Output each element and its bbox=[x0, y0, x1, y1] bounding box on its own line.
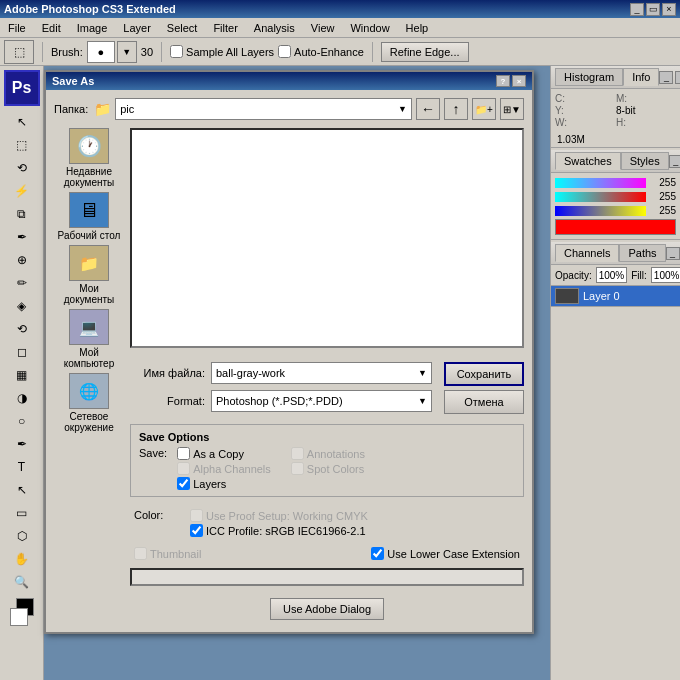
menu-view[interactable]: View bbox=[307, 20, 339, 36]
tool-blur[interactable]: ◑ bbox=[11, 387, 33, 409]
cancel-btn[interactable]: Отмена bbox=[444, 390, 524, 414]
thumbnail-check[interactable]: Thumbnail bbox=[134, 547, 201, 560]
use-proof-input[interactable] bbox=[190, 509, 203, 522]
filename-label: Имя файла: bbox=[130, 367, 205, 379]
tool-3d[interactable]: ⬡ bbox=[11, 525, 33, 547]
menu-filter[interactable]: Filter bbox=[209, 20, 241, 36]
thumbnail-input[interactable] bbox=[134, 547, 147, 560]
dialog-help-btn[interactable]: ? bbox=[496, 75, 510, 87]
format-input[interactable]: Photoshop (*.PSD;*.PDD) ▼ bbox=[211, 390, 432, 412]
nav-up-btn[interactable]: ↑ bbox=[444, 98, 468, 120]
gradient-bar-3[interactable] bbox=[555, 206, 646, 216]
sample-all-layers-check[interactable]: Sample All Layers bbox=[170, 45, 274, 58]
minimize-btn[interactable]: _ bbox=[630, 3, 644, 16]
sidebar-desktop[interactable]: 🖥 Рабочий стол bbox=[58, 192, 121, 241]
opacity-label: Opacity: bbox=[555, 270, 592, 281]
menu-layer[interactable]: Layer bbox=[119, 20, 155, 36]
annotations-input[interactable] bbox=[291, 447, 304, 460]
nav-create-folder-btn[interactable]: 📁+ bbox=[472, 98, 496, 120]
opacity-input[interactable]: 100% bbox=[596, 267, 628, 283]
dialog-close-btn[interactable]: × bbox=[512, 75, 526, 87]
nav-back-btn[interactable]: ← bbox=[416, 98, 440, 120]
auto-enhance-input[interactable] bbox=[278, 45, 291, 58]
tab-channels[interactable]: Channels bbox=[555, 244, 619, 262]
panel-close-btn[interactable]: × bbox=[675, 71, 680, 84]
sidebar-recent[interactable]: 🕐 Недавние документы bbox=[54, 128, 124, 188]
tool-pen[interactable]: ✒ bbox=[11, 433, 33, 455]
brush-dropdown[interactable]: ▼ bbox=[117, 41, 137, 63]
gradient-bar-1[interactable] bbox=[555, 178, 646, 188]
tool-clone-stamp[interactable]: ◈ bbox=[11, 295, 33, 317]
menu-image[interactable]: Image bbox=[73, 20, 112, 36]
tool-history-brush[interactable]: ⟲ bbox=[11, 318, 33, 340]
tool-brush[interactable]: ✏ bbox=[11, 272, 33, 294]
menu-window[interactable]: Window bbox=[346, 20, 393, 36]
menu-help[interactable]: Help bbox=[402, 20, 433, 36]
toolbar-tool-icon[interactable]: ⬚ bbox=[4, 40, 34, 64]
channels-minimize-btn[interactable]: _ bbox=[666, 247, 680, 260]
tool-magic-wand[interactable]: ⚡ bbox=[11, 180, 33, 202]
panel-minimize-btn[interactable]: _ bbox=[659, 71, 673, 84]
menu-analysis[interactable]: Analysis bbox=[250, 20, 299, 36]
refine-edge-btn[interactable]: Refine Edge... bbox=[381, 42, 469, 62]
folder-select[interactable]: pic ▼ bbox=[115, 98, 412, 120]
as-copy-input[interactable] bbox=[177, 447, 190, 460]
tool-eyedropper[interactable]: ✒ bbox=[11, 226, 33, 248]
file-listing-area[interactable] bbox=[130, 128, 524, 348]
sidebar-my-docs[interactable]: 📁 Мои документы bbox=[54, 245, 124, 305]
sidebar-my-computer[interactable]: 💻 Мой компьютер bbox=[54, 309, 124, 369]
use-adobe-dialog-btn[interactable]: Use Adobe Dialog bbox=[270, 598, 384, 620]
tool-gradient[interactable]: ▦ bbox=[11, 364, 33, 386]
restore-btn[interactable]: ▭ bbox=[646, 3, 660, 16]
spot-colors-input[interactable] bbox=[291, 462, 304, 475]
menu-edit[interactable]: Edit bbox=[38, 20, 65, 36]
gradient-bar-2[interactable] bbox=[555, 192, 646, 202]
tool-type[interactable]: T bbox=[11, 456, 33, 478]
tab-swatches[interactable]: Swatches bbox=[555, 152, 621, 170]
menu-select[interactable]: Select bbox=[163, 20, 202, 36]
tool-path-selection[interactable]: ↖ bbox=[11, 479, 33, 501]
tool-eraser[interactable]: ◻ bbox=[11, 341, 33, 363]
tool-zoom[interactable]: 🔍 bbox=[11, 571, 33, 593]
tool-shape[interactable]: ▭ bbox=[11, 502, 33, 524]
auto-enhance-check[interactable]: Auto-Enhance bbox=[278, 45, 364, 58]
tool-marquee[interactable]: ⬚ bbox=[11, 134, 33, 156]
tool-dodge[interactable]: ○ bbox=[11, 410, 33, 432]
tab-paths[interactable]: Paths bbox=[619, 244, 665, 262]
tab-info[interactable]: Info bbox=[623, 68, 659, 86]
as-copy-check[interactable]: As a Copy bbox=[177, 447, 271, 460]
lower-case-input[interactable] bbox=[371, 547, 384, 560]
background-color[interactable] bbox=[10, 608, 28, 626]
fill-input[interactable]: 100% bbox=[651, 267, 680, 283]
save-btn[interactable]: Сохранить bbox=[444, 362, 524, 386]
sample-all-layers-input[interactable] bbox=[170, 45, 183, 58]
layers-input[interactable] bbox=[177, 477, 190, 490]
titlebar-buttons: _ ▭ × bbox=[630, 3, 676, 16]
tool-hand[interactable]: ✋ bbox=[11, 548, 33, 570]
tab-histogram[interactable]: Histogram bbox=[555, 68, 623, 86]
layer-row-0[interactable]: Layer 0 bbox=[551, 286, 680, 306]
current-color-bar[interactable] bbox=[555, 219, 676, 235]
filename-input[interactable]: ball-gray-work ▼ bbox=[211, 362, 432, 384]
tool-healing[interactable]: ⊕ bbox=[11, 249, 33, 271]
menu-file[interactable]: File bbox=[4, 20, 30, 36]
use-proof-check[interactable]: Use Proof Setup: Working CMYK bbox=[190, 509, 368, 522]
icc-profile-check[interactable]: ICC Profile: sRGB IEC61966-2.1 bbox=[190, 524, 368, 537]
lower-case-check[interactable]: Use Lower Case Extension bbox=[371, 547, 520, 560]
tool-move[interactable]: ↖ bbox=[11, 111, 33, 133]
nav-view-btn[interactable]: ⊞▼ bbox=[500, 98, 524, 120]
icc-profile-input[interactable] bbox=[190, 524, 203, 537]
tab-styles[interactable]: Styles bbox=[621, 152, 669, 170]
brush-preview[interactable]: ● bbox=[87, 41, 115, 63]
color-swatches bbox=[10, 598, 34, 626]
alpha-channels-check[interactable]: Alpha Channels bbox=[177, 462, 271, 475]
swatches-minimize-btn[interactable]: _ bbox=[669, 155, 680, 168]
tool-lasso[interactable]: ⟲ bbox=[11, 157, 33, 179]
spot-colors-check[interactable]: Spot Colors bbox=[291, 462, 385, 475]
layers-check[interactable]: Layers bbox=[177, 477, 271, 490]
alpha-channels-input[interactable] bbox=[177, 462, 190, 475]
sidebar-network[interactable]: 🌐 Сетевое окружение bbox=[54, 373, 124, 433]
tool-crop[interactable]: ⧉ bbox=[11, 203, 33, 225]
close-app-btn[interactable]: × bbox=[662, 3, 676, 16]
annotations-check[interactable]: Annotations bbox=[291, 447, 385, 460]
